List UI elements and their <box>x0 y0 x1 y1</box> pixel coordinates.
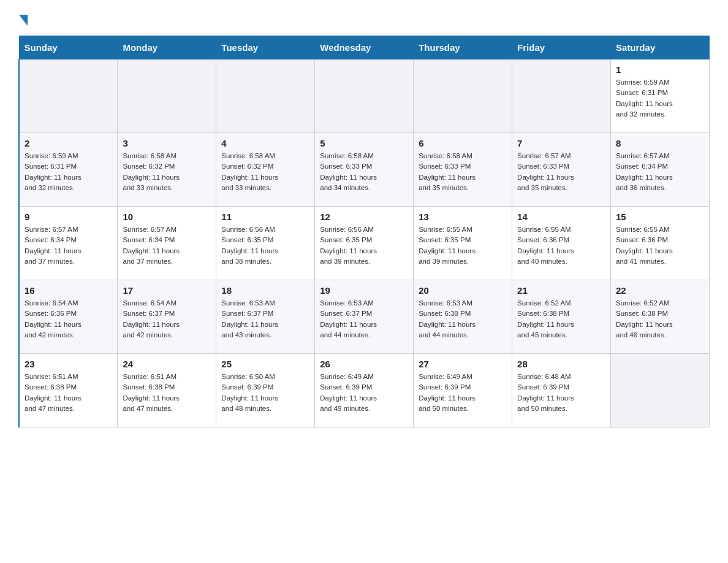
header-saturday: Saturday <box>611 36 710 59</box>
day-info: Sunrise: 6:53 AM Sunset: 6:38 PM Dayligh… <box>419 298 507 340</box>
day-info: Sunrise: 6:48 AM Sunset: 6:39 PM Dayligh… <box>517 372 605 414</box>
day-number: 28 <box>517 359 605 369</box>
day-info: Sunrise: 6:58 AM Sunset: 6:33 PM Dayligh… <box>419 151 507 193</box>
day-number: 25 <box>221 359 309 369</box>
day-info: Sunrise: 6:49 AM Sunset: 6:39 PM Dayligh… <box>419 372 507 414</box>
day-info: Sunrise: 6:51 AM Sunset: 6:38 PM Dayligh… <box>25 372 112 414</box>
day-number: 17 <box>123 285 211 296</box>
header-thursday: Thursday <box>414 36 512 59</box>
day-cell: 19Sunrise: 6:53 AM Sunset: 6:37 PM Dayli… <box>315 280 414 354</box>
day-number: 18 <box>221 285 309 296</box>
day-number: 13 <box>419 212 507 222</box>
day-info: Sunrise: 6:55 AM Sunset: 6:36 PM Dayligh… <box>616 224 704 267</box>
day-info: Sunrise: 6:57 AM Sunset: 6:34 PM Dayligh… <box>25 224 112 267</box>
day-cell: 17Sunrise: 6:54 AM Sunset: 6:37 PM Dayli… <box>118 280 216 354</box>
day-cell: 25Sunrise: 6:50 AM Sunset: 6:39 PM Dayli… <box>216 354 315 427</box>
day-cell: 16Sunrise: 6:54 AM Sunset: 6:36 PM Dayli… <box>19 280 118 354</box>
day-number: 23 <box>25 359 112 369</box>
day-number: 6 <box>419 138 507 148</box>
day-info: Sunrise: 6:52 AM Sunset: 6:38 PM Dayligh… <box>517 298 605 340</box>
day-cell <box>611 354 710 427</box>
calendar-table: SundayMondayTuesdayWednesdayThursdayFrid… <box>18 36 710 427</box>
day-info: Sunrise: 6:59 AM Sunset: 6:31 PM Dayligh… <box>25 151 112 193</box>
day-cell: 7Sunrise: 6:57 AM Sunset: 6:33 PM Daylig… <box>512 133 611 207</box>
day-number: 7 <box>517 138 605 148</box>
day-info: Sunrise: 6:56 AM Sunset: 6:35 PM Dayligh… <box>320 224 408 267</box>
day-info: Sunrise: 6:58 AM Sunset: 6:32 PM Dayligh… <box>123 151 211 193</box>
day-info: Sunrise: 6:56 AM Sunset: 6:35 PM Dayligh… <box>221 224 309 267</box>
day-number: 4 <box>221 138 309 148</box>
day-number: 14 <box>517 212 605 222</box>
week-row-2: 2Sunrise: 6:59 AM Sunset: 6:31 PM Daylig… <box>19 133 710 207</box>
day-cell <box>512 59 611 133</box>
day-cell: 6Sunrise: 6:58 AM Sunset: 6:33 PM Daylig… <box>414 133 512 207</box>
day-cell: 8Sunrise: 6:57 AM Sunset: 6:34 PM Daylig… <box>611 133 710 207</box>
day-cell: 22Sunrise: 6:52 AM Sunset: 6:38 PM Dayli… <box>611 280 710 354</box>
logo-arrow-icon <box>19 15 28 26</box>
day-number: 1 <box>616 64 704 75</box>
day-info: Sunrise: 6:57 AM Sunset: 6:34 PM Dayligh… <box>616 151 704 193</box>
day-cell: 21Sunrise: 6:52 AM Sunset: 6:38 PM Dayli… <box>512 280 611 354</box>
day-number: 3 <box>123 138 211 148</box>
day-number: 19 <box>320 285 408 296</box>
header-monday: Monday <box>118 36 216 59</box>
day-cell: 5Sunrise: 6:58 AM Sunset: 6:33 PM Daylig… <box>315 133 414 207</box>
day-cell: 4Sunrise: 6:58 AM Sunset: 6:32 PM Daylig… <box>216 133 315 207</box>
day-cell: 28Sunrise: 6:48 AM Sunset: 6:39 PM Dayli… <box>512 354 611 427</box>
calendar-header-row: SundayMondayTuesdayWednesdayThursdayFrid… <box>19 36 710 59</box>
day-info: Sunrise: 6:55 AM Sunset: 6:36 PM Dayligh… <box>517 224 605 267</box>
day-number: 16 <box>25 285 112 296</box>
day-number: 12 <box>320 212 408 222</box>
day-number: 20 <box>419 285 507 296</box>
day-cell: 20Sunrise: 6:53 AM Sunset: 6:38 PM Dayli… <box>414 280 512 354</box>
week-row-1: 1Sunrise: 6:59 AM Sunset: 6:31 PM Daylig… <box>19 59 710 133</box>
day-info: Sunrise: 6:58 AM Sunset: 6:33 PM Dayligh… <box>320 151 408 193</box>
day-info: Sunrise: 6:54 AM Sunset: 6:36 PM Dayligh… <box>25 298 112 340</box>
day-cell: 9Sunrise: 6:57 AM Sunset: 6:34 PM Daylig… <box>19 207 118 280</box>
day-cell: 14Sunrise: 6:55 AM Sunset: 6:36 PM Dayli… <box>512 207 611 280</box>
page-header <box>18 12 710 23</box>
day-cell <box>216 59 315 133</box>
day-number: 8 <box>616 138 704 148</box>
day-info: Sunrise: 6:50 AM Sunset: 6:39 PM Dayligh… <box>221 372 309 414</box>
day-cell: 12Sunrise: 6:56 AM Sunset: 6:35 PM Dayli… <box>315 207 414 280</box>
day-number: 24 <box>123 359 211 369</box>
day-number: 9 <box>25 212 112 222</box>
day-info: Sunrise: 6:57 AM Sunset: 6:34 PM Dayligh… <box>123 224 211 267</box>
day-info: Sunrise: 6:55 AM Sunset: 6:35 PM Dayligh… <box>419 224 507 267</box>
day-info: Sunrise: 6:54 AM Sunset: 6:37 PM Dayligh… <box>123 298 211 340</box>
day-cell: 27Sunrise: 6:49 AM Sunset: 6:39 PM Dayli… <box>414 354 512 427</box>
day-info: Sunrise: 6:49 AM Sunset: 6:39 PM Dayligh… <box>320 372 408 414</box>
day-cell: 3Sunrise: 6:58 AM Sunset: 6:32 PM Daylig… <box>118 133 216 207</box>
day-number: 10 <box>123 212 211 222</box>
day-number: 15 <box>616 212 704 222</box>
day-number: 26 <box>320 359 408 369</box>
day-cell: 1Sunrise: 6:59 AM Sunset: 6:31 PM Daylig… <box>611 59 710 133</box>
day-cell: 24Sunrise: 6:51 AM Sunset: 6:38 PM Dayli… <box>118 354 216 427</box>
week-row-4: 16Sunrise: 6:54 AM Sunset: 6:36 PM Dayli… <box>19 280 710 354</box>
day-number: 21 <box>517 285 605 296</box>
day-number: 22 <box>616 285 704 296</box>
day-info: Sunrise: 6:58 AM Sunset: 6:32 PM Dayligh… <box>221 151 309 193</box>
day-cell: 15Sunrise: 6:55 AM Sunset: 6:36 PM Dayli… <box>611 207 710 280</box>
day-number: 11 <box>221 212 309 222</box>
header-sunday: Sunday <box>19 36 118 59</box>
day-cell: 2Sunrise: 6:59 AM Sunset: 6:31 PM Daylig… <box>19 133 118 207</box>
day-number: 2 <box>25 138 112 148</box>
day-info: Sunrise: 6:53 AM Sunset: 6:37 PM Dayligh… <box>221 298 309 340</box>
day-cell: 26Sunrise: 6:49 AM Sunset: 6:39 PM Dayli… <box>315 354 414 427</box>
day-cell <box>19 59 118 133</box>
day-cell <box>414 59 512 133</box>
day-cell: 23Sunrise: 6:51 AM Sunset: 6:38 PM Dayli… <box>19 354 118 427</box>
logo <box>18 12 28 23</box>
header-tuesday: Tuesday <box>216 36 315 59</box>
day-info: Sunrise: 6:51 AM Sunset: 6:38 PM Dayligh… <box>123 372 211 414</box>
day-cell: 18Sunrise: 6:53 AM Sunset: 6:37 PM Dayli… <box>216 280 315 354</box>
day-cell: 13Sunrise: 6:55 AM Sunset: 6:35 PM Dayli… <box>414 207 512 280</box>
day-number: 5 <box>320 138 408 148</box>
day-info: Sunrise: 6:53 AM Sunset: 6:37 PM Dayligh… <box>320 298 408 340</box>
day-info: Sunrise: 6:59 AM Sunset: 6:31 PM Dayligh… <box>616 77 704 120</box>
week-row-3: 9Sunrise: 6:57 AM Sunset: 6:34 PM Daylig… <box>19 207 710 280</box>
header-friday: Friday <box>512 36 611 59</box>
day-info: Sunrise: 6:57 AM Sunset: 6:33 PM Dayligh… <box>517 151 605 193</box>
